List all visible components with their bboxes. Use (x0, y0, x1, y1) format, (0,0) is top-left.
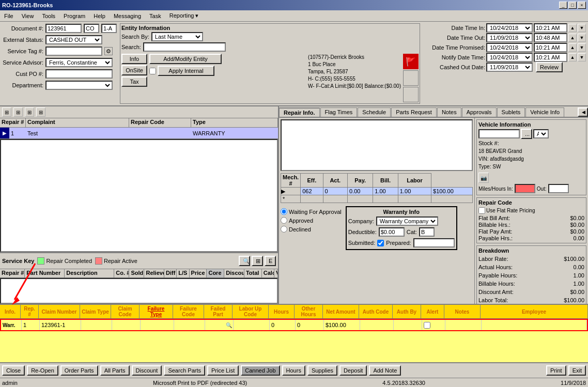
splitter-1[interactable]: ⊞ (2, 107, 11, 117)
radio-waiting-input[interactable] (281, 208, 287, 215)
price-list-btn[interactable]: Price List (207, 365, 239, 376)
notify-time-up[interactable]: ▲ (568, 53, 577, 61)
apply-internal-checkbox[interactable] (149, 68, 156, 74)
warranty-data-row[interactable]: Warr. 1 123961-1 🔍 0 0 $100.00 (0, 319, 588, 331)
service-advisor-select[interactable]: Ferris, Constantine (45, 58, 113, 67)
tab-repair-info[interactable]: Repair Info. (279, 107, 320, 117)
splitter-3[interactable]: ⊞ (25, 107, 34, 117)
time-in-down[interactable]: ▼ (578, 24, 586, 32)
add-modify-btn[interactable]: Add/Modify Entity (149, 54, 222, 64)
deposit-btn[interactable]: Deposit (339, 365, 367, 376)
search-parts-btn[interactable]: Search Parts (164, 365, 205, 376)
menu-task[interactable]: Task (147, 12, 163, 20)
maximize-button[interactable]: □ (568, 2, 577, 9)
close-button[interactable]: × (578, 2, 586, 9)
alert-checkbox[interactable] (424, 322, 430, 329)
tab-expand[interactable]: ◀ (578, 107, 588, 117)
date-promised-select[interactable]: 10/24/2018 (486, 43, 533, 52)
add-note-btn[interactable]: Add Note (369, 365, 401, 376)
mech-act: 0.00 (348, 188, 373, 195)
notify-time-input[interactable] (534, 53, 567, 62)
search-failed-part[interactable]: 🔍 (226, 322, 232, 328)
splitter-4[interactable]: ⊞ (36, 107, 45, 117)
external-status-select[interactable]: CASHED OUT (45, 35, 102, 44)
cat-input[interactable] (419, 227, 435, 237)
time-promised-input[interactable] (534, 43, 567, 52)
close-btn[interactable]: Close (2, 365, 25, 376)
document-input[interactable] (45, 24, 82, 33)
canned-job-btn[interactable]: Canned Job (241, 365, 280, 376)
tab-flag-times[interactable]: Flag Times (320, 107, 358, 117)
time-promised-up[interactable]: ▲ (568, 43, 577, 52)
time-out-down[interactable]: ▼ (578, 34, 586, 42)
prepared-input[interactable] (413, 238, 455, 247)
menu-program[interactable]: Program (61, 12, 87, 20)
menu-tools[interactable]: Tools (40, 12, 57, 20)
service-tag-icon[interactable]: ⚙ (104, 47, 113, 55)
company-select[interactable]: Warranty Company (376, 216, 438, 226)
co-input[interactable] (84, 24, 99, 33)
complaint-text-area[interactable] (281, 119, 473, 171)
supplies-btn[interactable]: Supplies (307, 365, 337, 376)
print-btn[interactable]: Print (546, 365, 566, 376)
expand-btn[interactable]: ⊞ (252, 256, 263, 266)
service-tag-input[interactable] (45, 47, 102, 56)
time-promised-down[interactable]: ▼ (578, 43, 586, 52)
vehicle-type-select[interactable]: A (533, 129, 549, 138)
all-parts-btn[interactable]: All Parts (100, 365, 130, 376)
vehicle-search-input[interactable] (478, 129, 520, 138)
notify-time-down[interactable]: ▼ (578, 53, 586, 61)
radio-approved-input[interactable] (281, 217, 287, 224)
menu-help[interactable]: Help (91, 12, 107, 20)
expand-panel-btn[interactable]: ◀ (578, 107, 588, 117)
time-in-up[interactable]: ▲ (568, 24, 577, 32)
miles-in-input[interactable] (515, 184, 535, 193)
date-out-select[interactable]: 11/09/2018 (486, 33, 533, 42)
discount-btn[interactable]: Discount (132, 365, 162, 376)
search-by-select[interactable]: Last Name (151, 32, 203, 41)
department-select[interactable] (45, 81, 113, 90)
miles-out-input[interactable] (548, 184, 569, 193)
minimize-button[interactable]: _ (559, 2, 567, 9)
search-input[interactable] (143, 42, 226, 52)
date-in-select[interactable]: 10/24/2018 (486, 23, 533, 33)
notify-date-select[interactable]: 10/24/2018 (486, 53, 533, 62)
tax-btn[interactable]: Tax (121, 76, 147, 87)
hours-btn[interactable]: Hours (282, 365, 305, 376)
splitter-2[interactable]: ⊞ (13, 107, 23, 117)
search-btn[interactable]: 🔍 (239, 256, 250, 266)
repair-input[interactable] (101, 24, 117, 33)
tab-notes[interactable]: Notes (437, 107, 461, 117)
flat-rate-checkbox[interactable] (478, 207, 485, 214)
apply-internal-btn[interactable]: Apply Internal (158, 66, 214, 76)
time-out-up[interactable]: ▲ (568, 34, 577, 42)
review-btn[interactable]: Review (536, 62, 563, 72)
onsite-btn[interactable]: OnSite (121, 65, 147, 75)
menu-file[interactable]: File (2, 12, 16, 20)
radio-declined-input[interactable] (281, 226, 287, 233)
submitted-checkbox[interactable] (377, 240, 384, 246)
menu-messaging[interactable]: Messaging (112, 12, 143, 20)
tab-vehicle-info[interactable]: Vehicle Info (525, 107, 564, 117)
tab-sublets[interactable]: Sublets (497, 107, 525, 117)
reopen-btn[interactable]: Re-Open (27, 365, 58, 376)
repair-row[interactable]: ▶ 1 Test WARRANTY (0, 128, 278, 139)
exit-btn[interactable]: Exit (568, 365, 586, 376)
time-in-input[interactable] (534, 23, 567, 33)
cust-po-input[interactable] (45, 69, 113, 79)
menu-reporting[interactable]: Reporting ▾ (167, 12, 201, 20)
info-btn[interactable]: Info (121, 54, 147, 64)
ph-calc: Calc (262, 269, 274, 277)
time-out-input[interactable] (534, 33, 567, 42)
tab-approvals[interactable]: Approvals (462, 107, 497, 117)
cashed-out-select[interactable]: 11/09/2018 (486, 63, 533, 72)
camera-btn[interactable]: 📷 (478, 173, 489, 183)
billable-hrs-label: Billable Hrs.: (478, 222, 510, 228)
tab-schedule[interactable]: Schedule (358, 107, 391, 117)
order-parts-btn[interactable]: Order Parts (60, 365, 98, 376)
deductible-input[interactable] (379, 227, 405, 237)
vehicle-search-btn[interactable]: ... (521, 129, 532, 139)
menu-view[interactable]: View (20, 12, 36, 20)
e-btn[interactable]: E (265, 256, 276, 266)
tab-parts-request[interactable]: Parts Request (391, 107, 437, 117)
